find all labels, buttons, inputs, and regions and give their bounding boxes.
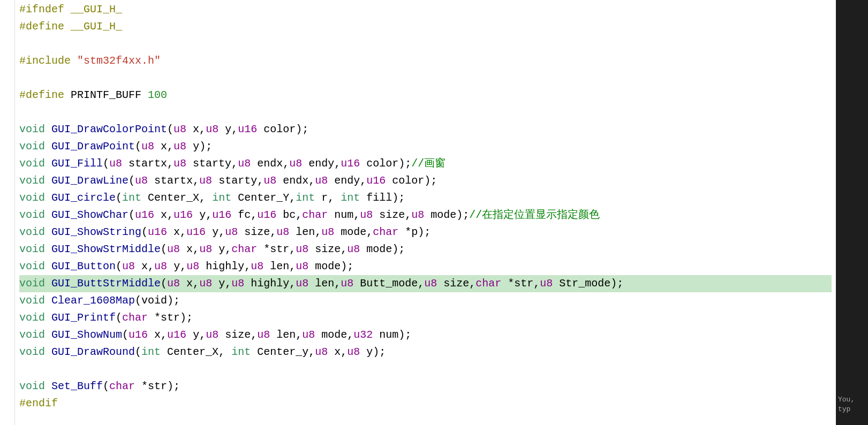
- code-area[interactable]: #ifndef __GUI_H_#define __GUI_H_#include…: [15, 0, 836, 425]
- code-line-11: void GUI_DrawLine(u8 startx,u8 starty,u8…: [19, 172, 832, 189]
- code-line-22: [19, 361, 832, 378]
- line-number-1: [0, 1, 11, 18]
- line-number-2: [0, 18, 11, 35]
- line-number-4: [0, 52, 11, 70]
- code-line-21: void GUI_DrawRound(int Center_X, int Cen…: [19, 344, 832, 361]
- code-line-15: void GUI_ShowStrMiddle(u8 x,u8 y,char *s…: [19, 241, 832, 258]
- line-number-12: [0, 189, 11, 207]
- line-numbers: [0, 0, 15, 425]
- line-number-22: [0, 361, 11, 378]
- code-line-23: void Set_Buff(char *str);: [19, 378, 832, 395]
- code-line-20: void GUI_ShowNum(u16 x,u16 y,u8 size,u8 …: [19, 327, 832, 344]
- code-line-7: [19, 104, 832, 121]
- line-number-9: [0, 138, 11, 155]
- line-number-24: [0, 395, 11, 412]
- line-number-14: [0, 224, 11, 241]
- line-number-11: [0, 172, 11, 189]
- code-line-1: #ifndef __GUI_H_: [19, 1, 832, 18]
- code-line-17: void GUI_ButtStrMiddle(u8 x,u8 y,u8 high…: [19, 275, 832, 292]
- sidebar-right: You, typ: [836, 0, 868, 425]
- code-line-10: void GUI_Fill(u8 startx,u8 starty,u8 end…: [19, 155, 832, 172]
- line-number-16: [0, 258, 11, 275]
- code-line-18: void Clear_1608Map(void);: [19, 292, 832, 309]
- line-number-19: [0, 309, 11, 327]
- code-line-9: void GUI_DrawPoint(u8 x,u8 y);: [19, 138, 832, 155]
- code-line-16: void GUI_Button(u8 x,u8 y,u8 highly,u8 l…: [19, 258, 832, 275]
- code-line-24: #endif: [19, 395, 832, 412]
- code-line-6: #define PRINTF_BUFF 100: [19, 87, 832, 104]
- line-number-21: [0, 344, 11, 361]
- line-number-18: [0, 292, 11, 309]
- sidebar-tooltip: You, typ: [838, 395, 866, 414]
- code-line-13: void GUI_ShowChar(u16 x,u16 y,u16 fc,u16…: [19, 207, 832, 224]
- line-number-13: [0, 207, 11, 224]
- code-line-5: [19, 70, 832, 87]
- code-line-4: #include "stm32f4xx.h": [19, 52, 832, 70]
- line-number-5: [0, 70, 11, 87]
- code-line-12: void GUI_circle(int Center_X, int Center…: [19, 189, 832, 207]
- line-number-17: [0, 275, 11, 292]
- line-number-10: [0, 155, 11, 172]
- line-number-8: [0, 121, 11, 138]
- code-line-3: [19, 35, 832, 52]
- line-number-3: [0, 35, 11, 52]
- line-number-6: [0, 87, 11, 104]
- line-number-20: [0, 327, 11, 344]
- code-line-14: void GUI_ShowString(u16 x,u16 y,u8 size,…: [19, 224, 832, 241]
- code-line-8: void GUI_DrawColorPoint(u8 x,u8 y,u16 co…: [19, 121, 832, 138]
- editor-container: #ifndef __GUI_H_#define __GUI_H_#include…: [0, 0, 868, 425]
- code-line-2: #define __GUI_H_: [19, 18, 832, 35]
- code-line-19: void GUI_Printf(char *str);: [19, 309, 832, 327]
- line-number-7: [0, 104, 11, 121]
- line-number-15: [0, 241, 11, 258]
- line-number-23: [0, 378, 11, 395]
